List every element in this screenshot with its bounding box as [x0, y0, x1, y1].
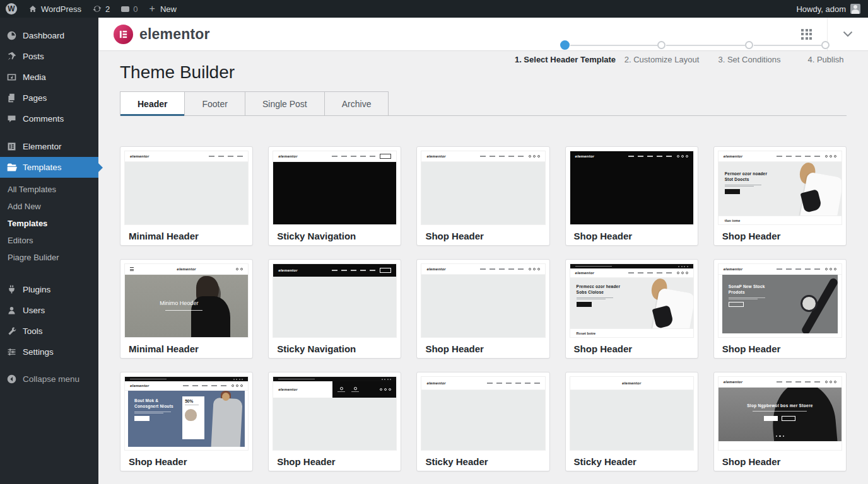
- tab-archive[interactable]: Archive: [324, 91, 389, 115]
- template-card[interactable]: elementor SonaP New Stock Prodots: [713, 259, 847, 359]
- thumb-button: [380, 154, 391, 159]
- step-circle-1: [560, 40, 570, 50]
- thumb-nav-links: [777, 268, 820, 270]
- template-thumbnail: elementor: [124, 151, 249, 225]
- thumb-shop-icons: [825, 155, 836, 158]
- thumb-model-photo: [791, 162, 842, 216]
- updates-button[interactable]: 2: [87, 0, 115, 18]
- template-card[interactable]: elementor Shop Header: [416, 146, 549, 246]
- thumb-logo: elementor: [575, 154, 594, 158]
- sidebar-item-posts[interactable]: Posts: [0, 46, 98, 67]
- template-grid: elementor Minimal Header elementor S: [120, 146, 847, 484]
- tab-footer[interactable]: Footer: [184, 91, 245, 115]
- site-name: WordPress: [41, 4, 81, 14]
- sidebar-item-comments[interactable]: Comments: [0, 108, 98, 129]
- submenu-add-new[interactable]: Add New: [0, 198, 98, 215]
- template-card-title: Sticky Navigation: [273, 338, 397, 360]
- thumb-hero-text: Slop Ngpbewol bos mer Stoere: [718, 403, 842, 408]
- template-card[interactable]: elementor Shop Header: [268, 372, 401, 471]
- thumb-nav-links: [628, 272, 672, 274]
- sidebar: Dashboard Posts Media Pages Comments Ele…: [0, 18, 98, 484]
- submenu-all-templates[interactable]: All Templates: [0, 181, 98, 198]
- thumb-cta-button: [134, 416, 150, 421]
- sidebar-item-plugins[interactable]: Plugins: [0, 279, 98, 300]
- template-card[interactable]: elementor Bout Mok & Conosgnert Niouts: [120, 372, 253, 471]
- elementor-wordmark: elementor: [139, 26, 210, 43]
- template-card[interactable]: elementor Minimo Heoder Minimal Header: [120, 259, 253, 359]
- sidebar-item-media[interactable]: Media: [0, 67, 98, 88]
- chevron-down-icon[interactable]: [843, 31, 853, 37]
- thumb-photo: Minimo Heoder: [125, 275, 248, 337]
- tab-header[interactable]: Header: [120, 91, 185, 116]
- wizard-stepper: 1. Select Header Template 2. Customize L…: [516, 41, 847, 64]
- thumb-logo: elementor: [426, 381, 445, 385]
- updates-count: 2: [105, 4, 110, 14]
- collapse-menu-button[interactable]: Collapse menu: [0, 369, 98, 389]
- template-thumbnail: elementor: [421, 376, 545, 451]
- thumb-nav-links: [183, 385, 226, 386]
- template-thumbnail: elementor: [421, 263, 545, 338]
- template-card[interactable]: elementor Shop Header: [416, 259, 549, 359]
- wordpress-menu-button[interactable]: W: [0, 0, 23, 18]
- template-thumbnail: elementor Premecc ozor header Sobs Clolo…: [570, 263, 694, 338]
- template-card[interactable]: elementor Premecc ozor header Sobs Clolo…: [565, 259, 698, 359]
- thumb-hero-text: Premecc ozor header Sobs Clolose: [577, 284, 621, 307]
- template-card[interactable]: elementor Pernoer ozor noader Stot Dooct…: [713, 146, 847, 246]
- template-card[interactable]: elementor Sticky Navigation: [268, 146, 401, 246]
- sidebar-item-users[interactable]: Users: [0, 300, 98, 321]
- sidebar-item-dashboard[interactable]: Dashboard: [0, 25, 98, 46]
- template-thumbnail: elementor SonaP New Stock Prodots: [718, 263, 842, 338]
- sidebar-item-tools[interactable]: Tools: [0, 321, 98, 342]
- step-label-1: 1. Select Header Template: [515, 55, 616, 64]
- thumb-logo: elementor: [278, 268, 297, 272]
- submenu-piagre-bulider[interactable]: Piagre Bulider: [0, 249, 98, 266]
- template-card[interactable]: elementor Sticky Navigation: [268, 259, 401, 359]
- thumb-logo: elementor: [622, 381, 641, 385]
- template-thumbnail: elementor Minimo Heoder: [124, 263, 249, 338]
- template-thumbnail: elementor Pernoer ozor noader Stot Dooct…: [718, 151, 842, 225]
- dashboard-icon: [6, 30, 17, 41]
- elementor-logo-icon: [114, 25, 133, 44]
- sidebar-item-elementor[interactable]: Elementor: [0, 136, 98, 157]
- thumb-slider-dots: [718, 435, 842, 437]
- template-thumbnail: elementor: [273, 263, 397, 338]
- thumb-announcement-bar: [570, 264, 693, 268]
- wrench-icon: [6, 326, 17, 337]
- sidebar-item-settings[interactable]: Settings: [0, 342, 98, 362]
- template-thumbnail: elementor: [570, 151, 694, 225]
- template-thumbnail: elementor: [273, 376, 397, 451]
- template-card[interactable]: elementor Slop Ngpbewol bos mer Stoere: [713, 372, 847, 471]
- media-icon: [6, 72, 17, 83]
- template-card-title: Shop Header: [421, 338, 545, 360]
- thumb-announcement-bar: [125, 377, 248, 381]
- thumb-logo: elementor: [278, 154, 297, 158]
- main-content: elementor 1. Select Header Template 2. C…: [98, 18, 868, 484]
- screen: W WordPress 2 0 + New Howdy, adom Dashbo…: [0, 0, 868, 484]
- template-card[interactable]: elementor Minimal Header: [120, 146, 253, 246]
- new-button[interactable]: + New: [144, 0, 182, 18]
- comments-icon: [121, 6, 129, 12]
- site-link[interactable]: WordPress: [23, 0, 87, 18]
- sidebar-item-templates[interactable]: Templates: [0, 157, 98, 178]
- tab-single-post[interactable]: Single Post: [245, 91, 325, 115]
- step-circle-2: [657, 41, 666, 49]
- thumb-logo: elementor: [724, 267, 742, 271]
- thumb-cta-button: [577, 302, 592, 307]
- template-card-title: Sticky Header: [570, 451, 694, 473]
- sidebar-item-pages[interactable]: Pages: [0, 88, 98, 108]
- submenu-templates-current[interactable]: Templates: [0, 215, 98, 232]
- template-card[interactable]: elementor Sticky Header: [416, 372, 549, 471]
- step-circle-4: [821, 41, 830, 49]
- submenu-editors[interactable]: Editors: [0, 232, 98, 249]
- template-card[interactable]: elementor Sticky Header: [565, 372, 698, 471]
- thumb-cta-button: [729, 302, 744, 307]
- pin-icon: [6, 51, 17, 62]
- tabs: Header Footer Single Post Archive: [120, 91, 847, 116]
- comments-button[interactable]: 0: [115, 0, 143, 18]
- template-thumbnail: elementor Slop Ngpbewol bos mer Stoere: [718, 376, 842, 451]
- template-card-title: Minimal Header: [124, 338, 249, 360]
- apps-grid-icon[interactable]: [801, 29, 812, 40]
- template-card[interactable]: elementor Shop Header: [565, 146, 698, 246]
- thumb-hero-text: Pernoer ozor noader Stot Doocts: [725, 171, 767, 194]
- account-menu[interactable]: Howdy, adom: [789, 0, 868, 18]
